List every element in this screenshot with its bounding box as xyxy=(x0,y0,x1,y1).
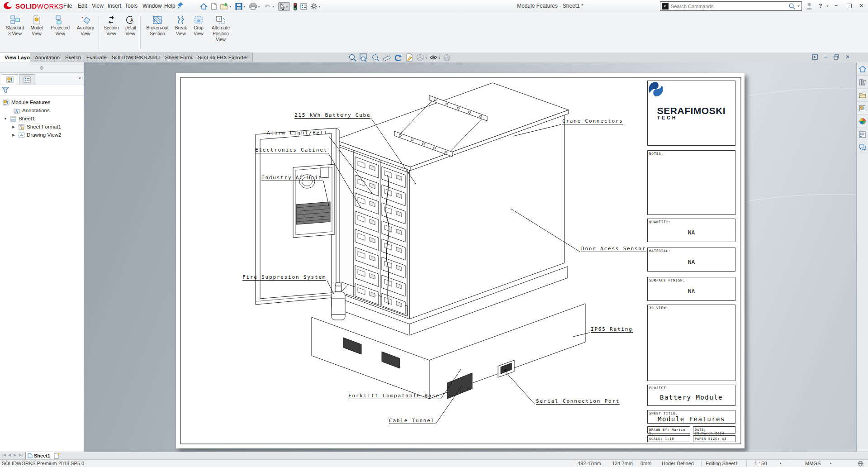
options-gear-button[interactable]: ▼ xyxy=(310,3,321,10)
alternate-position-view-button[interactable]: AlternatePositionView xyxy=(208,15,233,42)
prev-sheet-nav-icon[interactable]: ◀ xyxy=(8,453,11,457)
menu-edit[interactable]: Edit xyxy=(78,3,87,9)
panel-flyout-chevron[interactable]: > xyxy=(78,75,81,81)
scale-value[interactable]: SCALE: 1:10 xyxy=(649,437,674,441)
selection-filter-button[interactable] xyxy=(293,3,297,10)
callout-ip65-rating[interactable]: IP65 Rating xyxy=(591,327,633,333)
menu-tools[interactable]: Tools xyxy=(125,3,138,9)
project-value[interactable]: Battery Module xyxy=(648,394,735,401)
print-dropdown-caret[interactable]: ▼ xyxy=(257,5,261,8)
open-dropdown-caret[interactable]: ▼ xyxy=(229,5,232,8)
minimize-button[interactable]: − xyxy=(835,2,838,9)
zoom-to-fit-icon[interactable] xyxy=(348,53,357,62)
gear-dropdown-caret[interactable]: ▼ xyxy=(318,5,321,8)
tree-filter-bar[interactable] xyxy=(0,85,84,95)
graphics-area[interactable]: 215 kWh Battery Cube Crane Connectors Al… xyxy=(84,62,856,452)
pin-menu-icon[interactable] xyxy=(177,2,184,11)
callout-cable-tunnel[interactable]: Cable Tunnel xyxy=(389,418,435,424)
solidworks-forum-icon[interactable] xyxy=(857,141,868,154)
standard-3-view-button[interactable]: Standard3 View xyxy=(3,15,27,36)
select-tool-button[interactable]: ▼ xyxy=(278,2,290,11)
tree-item-module-features[interactable]: Module Features xyxy=(0,98,84,106)
home-button[interactable] xyxy=(200,3,208,10)
quantity-value[interactable]: NA xyxy=(648,229,735,236)
doc-close-icon[interactable]: ✕ xyxy=(845,54,850,60)
file-explorer-icon[interactable] xyxy=(857,89,868,102)
sheet1-tab[interactable]: Sheet1 xyxy=(25,452,54,460)
tree-item-sheet-format1[interactable]: ▶ Sheet Format1 xyxy=(0,123,84,131)
menu-window[interactable]: Window xyxy=(142,3,162,9)
surface-finish-value[interactable]: NA xyxy=(648,288,735,295)
doc-minimize-icon[interactable]: − xyxy=(824,54,827,60)
print-button[interactable]: ▼ xyxy=(249,3,261,10)
tab-annotation[interactable]: Annotation xyxy=(30,52,65,62)
sheet-properties-icon[interactable] xyxy=(405,53,414,62)
zoom-to-selection-icon[interactable] xyxy=(371,53,380,62)
callout-industry-ac-unit[interactable]: Industry AC Unit xyxy=(261,175,323,181)
rotate-view-icon[interactable] xyxy=(394,53,403,62)
help-dropdown-caret[interactable]: ▼ xyxy=(826,5,829,8)
callout-door-access-sensor[interactable]: Door Acess Sensor xyxy=(581,246,646,252)
hide-show-items-eye-icon[interactable]: ▼ xyxy=(429,53,440,62)
broken-out-section-button[interactable]: Broken-outSection xyxy=(143,15,172,36)
view-scale-caret[interactable]: ▲ xyxy=(779,462,782,465)
display-style-icon[interactable]: ▼ xyxy=(416,53,427,62)
doc-restore-icon[interactable] xyxy=(834,54,839,60)
task-list-button[interactable] xyxy=(300,3,307,10)
crop-view-button[interactable]: CropView xyxy=(190,15,207,36)
expand-arrow-icon[interactable]: ▶ xyxy=(11,133,16,137)
new-document-button[interactable] xyxy=(211,3,217,10)
callout-battery-cube[interactable]: 215 kWh Battery Cube xyxy=(294,113,370,119)
measure-icon[interactable] xyxy=(382,53,391,62)
model-view-button[interactable]: ModelView xyxy=(27,15,46,36)
tree-item-sheet1[interactable]: ▼ Sheet1 xyxy=(0,114,84,123)
menu-insert[interactable]: Insert xyxy=(108,3,121,9)
projected-view-button[interactable]: ProjectedView xyxy=(47,15,73,36)
callout-crane-connectors[interactable]: Crane Connectors xyxy=(562,119,623,124)
callout-forklift-base[interactable]: Forklift Compatable Base xyxy=(348,393,440,399)
break-view-button[interactable]: BreakView xyxy=(173,15,189,36)
detail-view-button[interactable]: A DetailView xyxy=(121,15,139,36)
property-manager-tab[interactable] xyxy=(19,74,35,85)
material-value[interactable]: NA xyxy=(648,258,735,265)
design-library-icon[interactable] xyxy=(857,76,868,89)
callout-serial-port[interactable]: Serial Connection Port xyxy=(536,399,620,405)
tree-item-annotations[interactable]: A Annotations xyxy=(0,106,84,114)
callout-electronics-cabinet[interactable]: Electronics Cabinet xyxy=(255,148,327,153)
section-view-button[interactable]: SectionView xyxy=(102,15,120,36)
render-sphere-icon[interactable] xyxy=(442,53,451,62)
user-account-icon[interactable] xyxy=(806,2,813,10)
sheet-title-value[interactable]: Module Features xyxy=(648,415,735,423)
help-button[interactable]: ? xyxy=(819,2,822,9)
callout-fire-suppression[interactable]: Fire Suppresion System xyxy=(242,275,326,281)
appearances-icon[interactable] xyxy=(857,115,868,128)
save-button[interactable]: ▼ xyxy=(235,3,246,10)
feature-tree-tab[interactable] xyxy=(2,74,18,85)
callout-alarm-light-bell[interactable]: Alarm Light/Bell xyxy=(267,130,328,136)
view-palette-icon[interactable] xyxy=(857,102,868,115)
last-sheet-nav-icon[interactable]: ▶| xyxy=(19,453,24,457)
search-input[interactable] xyxy=(670,3,788,10)
close-button[interactable]: ✕ xyxy=(859,2,864,9)
menu-view[interactable]: View xyxy=(92,3,104,9)
search-icon[interactable] xyxy=(788,3,796,10)
open-button[interactable]: ▼ xyxy=(220,3,232,10)
auxiliary-view-button[interactable]: AuxiliaryView xyxy=(74,15,97,36)
date-value[interactable]: DATE: 29.March.2024 xyxy=(695,428,735,435)
menu-file[interactable]: File xyxy=(63,3,72,9)
doc-previous-icon[interactable] xyxy=(812,54,818,60)
view-scale[interactable]: 1 : 50 xyxy=(754,461,767,466)
select-dropdown-caret[interactable]: ▼ xyxy=(285,5,289,8)
tree-item-drawing-view2[interactable]: ▶ Drawing View2 xyxy=(0,131,84,139)
search-dropdown-caret[interactable]: ▼ xyxy=(797,5,800,8)
next-sheet-nav-icon[interactable]: ▶ xyxy=(14,453,17,457)
paper-size-value[interactable]: PAPER SIZE: A3 xyxy=(695,437,726,441)
undo-dropdown-caret[interactable]: ▼ xyxy=(272,5,275,8)
units-selector[interactable]: MMGS xyxy=(805,461,821,466)
panel-grip-dot[interactable] xyxy=(40,66,43,70)
menu-help[interactable]: Help xyxy=(164,3,175,9)
custom-properties-icon[interactable] xyxy=(857,128,868,141)
expand-arrow-icon[interactable]: ▶ xyxy=(11,125,16,129)
zoom-to-area-icon[interactable] xyxy=(360,53,369,62)
tab-simlab-fbx-exporter[interactable]: SimLab FBX Exporter xyxy=(193,52,253,62)
